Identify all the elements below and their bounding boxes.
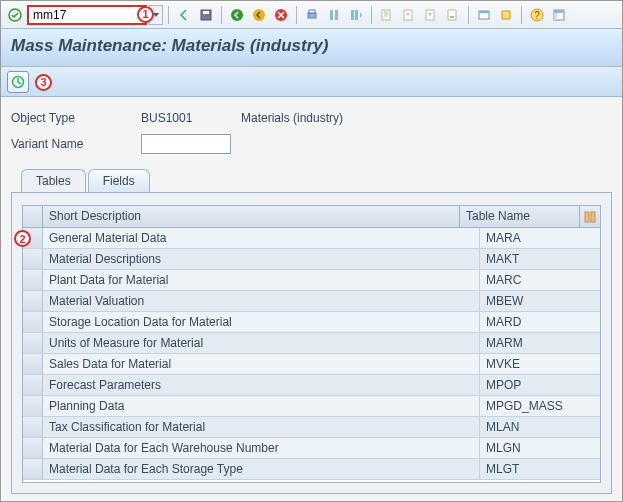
cell-short-description: Planning Data	[43, 396, 480, 417]
table-row[interactable]: Tax Classification for MaterialMLAN	[23, 417, 600, 438]
cell-table-name: MARD	[480, 312, 600, 333]
cell-table-name: MBEW	[480, 291, 600, 312]
row-selector[interactable]	[23, 270, 43, 291]
cell-table-name: MVKE	[480, 354, 600, 375]
svg-rect-22	[554, 10, 564, 13]
execute-button[interactable]	[7, 71, 29, 93]
row-selector[interactable]	[23, 249, 43, 270]
grid-config-icon[interactable]	[580, 206, 600, 227]
system-toolbar: 1 ?	[1, 1, 622, 29]
cell-short-description: Forecast Parameters	[43, 375, 480, 396]
cell-short-description: Sales Data for Material	[43, 354, 480, 375]
grid-col-table-name[interactable]: Table Name	[460, 206, 580, 227]
svg-rect-18	[502, 11, 510, 19]
grid-col-short-description[interactable]: Short Description	[43, 206, 460, 227]
svg-point-4	[253, 9, 265, 21]
tables-grid: Short Description Table Name General Mat…	[22, 205, 601, 483]
save-icon[interactable]	[196, 5, 216, 25]
svg-rect-7	[309, 10, 315, 13]
table-row[interactable]: Material ValuationMBEW	[23, 291, 600, 312]
new-session-icon[interactable]	[474, 5, 494, 25]
selection-form: Object Type BUS1001 Materials (industry)…	[1, 97, 622, 165]
cell-short-description: General Material Data	[43, 228, 480, 249]
svg-rect-9	[335, 10, 338, 20]
svg-rect-17	[479, 11, 489, 13]
table-row[interactable]: Material Data for Each Warehouse NumberM…	[23, 438, 600, 459]
table-row[interactable]: Sales Data for MaterialMVKE	[23, 354, 600, 375]
find-next-icon[interactable]	[346, 5, 366, 25]
table-row[interactable]: Storage Location Data for MaterialMARD	[23, 312, 600, 333]
row-selector[interactable]	[23, 375, 43, 396]
row-selector[interactable]	[23, 459, 43, 480]
cell-table-name: MPGD_MASS	[480, 396, 600, 417]
shortcut-icon[interactable]	[496, 5, 516, 25]
find-icon[interactable]	[324, 5, 344, 25]
cell-short-description: Material Data for Each Storage Type	[43, 459, 480, 480]
cancel-icon[interactable]	[271, 5, 291, 25]
tab-tables[interactable]: Tables	[21, 169, 86, 193]
cell-table-name: MPOP	[480, 375, 600, 396]
table-row[interactable]: Planning DataMPGD_MASS	[23, 396, 600, 417]
cell-table-name: MLGT	[480, 459, 600, 480]
svg-rect-25	[585, 212, 589, 222]
app-toolbar: 3	[1, 67, 622, 97]
table-row[interactable]: Material Data for Each Storage TypeMLGT	[23, 459, 600, 480]
tab-pane-tables: 2 Short Description Table Name General M…	[11, 192, 612, 494]
grid-header: Short Description Table Name	[23, 206, 600, 228]
help-icon[interactable]: ?	[527, 5, 547, 25]
last-page-icon[interactable]	[443, 5, 463, 25]
back-icon[interactable]	[174, 5, 194, 25]
object-type-label: Object Type	[11, 111, 141, 125]
row-selector[interactable]	[23, 312, 43, 333]
cell-table-name: MARC	[480, 270, 600, 291]
cell-table-name: MARA	[480, 228, 600, 249]
row-selector[interactable]	[23, 396, 43, 417]
cell-short-description: Tax Classification for Material	[43, 417, 480, 438]
svg-rect-11	[355, 10, 358, 20]
row-selector[interactable]	[23, 438, 43, 459]
table-row[interactable]: Material DescriptionsMAKT	[23, 249, 600, 270]
svg-rect-15	[448, 10, 456, 20]
table-row[interactable]: Plant Data for MaterialMARC	[23, 270, 600, 291]
object-type-desc: Materials (industry)	[241, 111, 343, 125]
exit-icon[interactable]	[249, 5, 269, 25]
svg-text:?: ?	[534, 10, 540, 21]
row-selector[interactable]	[23, 417, 43, 438]
row-selector[interactable]	[23, 333, 43, 354]
table-row[interactable]: Units of Measure for MaterialMARM	[23, 333, 600, 354]
tab-fields[interactable]: Fields	[88, 169, 150, 192]
cell-short-description: Plant Data for Material	[43, 270, 480, 291]
cell-table-name: MLAN	[480, 417, 600, 438]
enter-button[interactable]	[5, 5, 25, 25]
table-row[interactable]: Forecast ParametersMPOP	[23, 375, 600, 396]
page-title-bar: Mass Maintenance: Materials (industry)	[1, 29, 622, 67]
cell-short-description: Storage Location Data for Material	[43, 312, 480, 333]
cell-short-description: Material Data for Each Warehouse Number	[43, 438, 480, 459]
cell-table-name: MARM	[480, 333, 600, 354]
cell-table-name: MAKT	[480, 249, 600, 270]
prev-page-icon[interactable]	[399, 5, 419, 25]
next-page-icon[interactable]	[421, 5, 441, 25]
svg-rect-10	[351, 10, 354, 20]
print-icon[interactable]	[302, 5, 322, 25]
first-page-icon[interactable]	[377, 5, 397, 25]
variant-label: Variant Name	[11, 137, 141, 151]
callout-2: 2	[14, 230, 31, 247]
cell-short-description: Units of Measure for Material	[43, 333, 480, 354]
variant-input[interactable]	[141, 134, 231, 154]
layout-icon[interactable]	[549, 5, 569, 25]
page-title: Mass Maintenance: Materials (industry)	[11, 36, 612, 56]
nav-back-icon[interactable]	[227, 5, 247, 25]
tcode-input[interactable]	[27, 5, 147, 25]
grid-body[interactable]: General Material DataMARAMaterial Descri…	[23, 228, 600, 482]
callout-3: 3	[35, 74, 52, 91]
cell-table-name: MLGN	[480, 438, 600, 459]
row-selector[interactable]	[23, 291, 43, 312]
grid-select-all[interactable]	[23, 206, 43, 227]
table-row[interactable]: General Material DataMARA	[23, 228, 600, 249]
tcode-area: 1	[27, 5, 163, 25]
svg-rect-23	[554, 13, 557, 20]
callout-1: 1	[137, 6, 154, 23]
row-selector[interactable]	[23, 354, 43, 375]
svg-rect-2	[203, 11, 209, 14]
